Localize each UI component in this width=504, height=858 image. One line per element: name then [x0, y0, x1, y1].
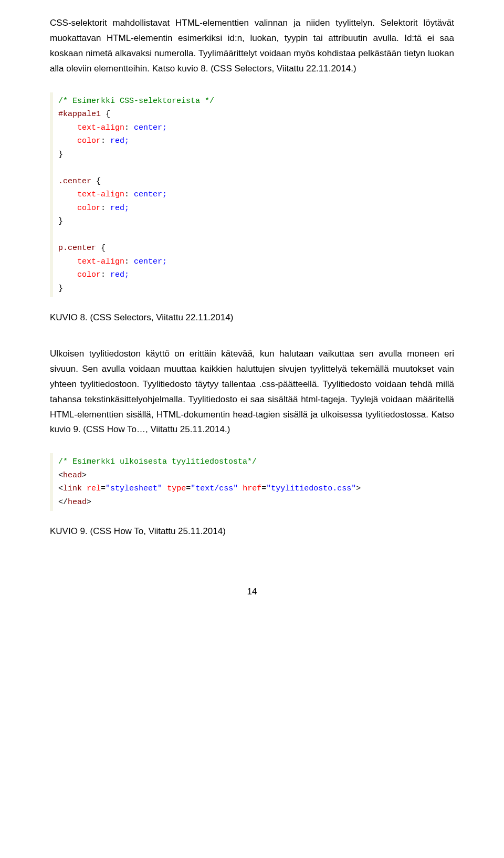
html-tag: link	[63, 484, 82, 493]
selector-id: #kappale1	[58, 110, 101, 119]
selector-element: p	[58, 244, 63, 253]
figure-caption-8: KUVIO 8. (CSS Selectors, Viitattu 22.11.…	[50, 310, 454, 326]
html-attr-val: "tyylitiedosto.css"	[266, 484, 356, 493]
html-attr-name: rel	[87, 484, 101, 493]
css-prop: color	[77, 270, 101, 279]
css-val: center;	[134, 190, 167, 199]
html-attr-val: "stylesheet"	[106, 484, 162, 493]
css-val: center;	[134, 123, 167, 132]
html-attr-name: type	[167, 484, 186, 493]
css-prop: text-align	[77, 123, 124, 132]
html-tag: head	[63, 471, 82, 480]
css-prop: color	[77, 204, 101, 213]
css-prop: text-align	[77, 190, 124, 199]
selector-class: .center	[63, 244, 96, 253]
selector-class: .center	[58, 177, 91, 186]
css-val: red;	[110, 270, 129, 279]
document-page: CSS-selektorit mahdollistavat HTML-eleme…	[0, 0, 504, 618]
code-comment: /* Esimerkki CSS-selektoreista */	[58, 97, 214, 106]
page-number: 14	[50, 587, 454, 597]
css-prop: color	[77, 137, 101, 145]
html-attr-name: href	[243, 484, 261, 493]
code-example-css-selectors: /* Esimerkki CSS-selektoreista */ #kappa…	[50, 92, 454, 298]
css-val: red;	[110, 137, 129, 145]
paragraph-2: Ulkoisen tyylitiedoston käyttö on erittä…	[50, 347, 454, 437]
figure-caption-9: KUVIO 9. (CSS How To, Viitattu 25.11.201…	[50, 524, 454, 539]
css-val: center;	[134, 257, 167, 266]
html-attr-val: "text/css"	[191, 484, 238, 493]
css-prop: text-align	[77, 257, 124, 266]
css-val: red;	[110, 204, 129, 213]
code-example-external-stylesheet: /* Esimerkki ulkoisesta tyylitiedostosta…	[50, 453, 454, 511]
code-comment: /* Esimerkki ulkoisesta tyylitiedostosta…	[58, 457, 257, 466]
html-tag: head	[68, 498, 87, 507]
paragraph-1: CSS-selektorit mahdollistavat HTML-eleme…	[50, 16, 454, 77]
